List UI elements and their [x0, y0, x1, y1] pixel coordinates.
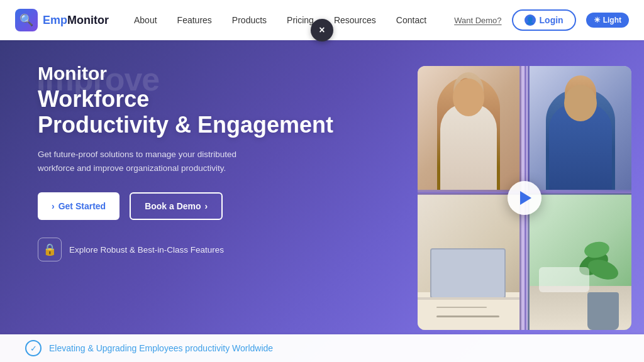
explore-features-link[interactable]: 🔒 Explore Robust & Best-in-Class Feature… — [38, 238, 392, 261]
hero-title-line3: Productivity & Engagement — [38, 112, 392, 138]
book-demo-button[interactable]: Book a Demo › — [130, 192, 223, 220]
collage-image-man — [528, 66, 631, 192]
play-icon — [520, 191, 531, 205]
get-started-label: Get Started — [58, 201, 106, 211]
sun-icon: ☀ — [594, 16, 601, 25]
hero-left: Improve Monitor Workforce Productivity &… — [0, 40, 418, 362]
hero-title-line2: Workforce — [38, 86, 392, 112]
hero-right — [418, 40, 644, 362]
logo[interactable]: 🔍 EmpMonitor — [15, 9, 109, 31]
get-started-button[interactable]: › Get Started — [38, 192, 119, 220]
explore-icon-wrap: 🔒 — [38, 238, 62, 261]
nav-item-contact[interactable]: Contact — [396, 15, 426, 25]
nav-item-resources[interactable]: Resources — [334, 15, 376, 25]
hero-section: Improve Monitor Workforce Productivity &… — [0, 40, 644, 362]
nav-item-products[interactable]: Products — [232, 15, 267, 25]
book-demo-label: Book a Demo — [145, 201, 201, 211]
chevron-right-icon: › — [52, 201, 55, 211]
hero-subtitle: Get future-proof solutions to manage you… — [38, 148, 264, 175]
checkmark-icon: ✓ — [30, 344, 37, 353]
user-icon: 👤 — [525, 14, 536, 26]
header-right: Want Demo? 👤 Login ☀ Light — [454, 9, 629, 31]
collage-image-desk — [418, 193, 521, 330]
theme-toggle-button[interactable]: ☀ Light — [586, 13, 629, 28]
nav-item-about[interactable]: About — [134, 15, 157, 25]
nav-item-features[interactable]: Features — [177, 15, 212, 25]
bottom-banner: ✓ Elevating & Upgrading Employees produc… — [0, 334, 644, 362]
collage-image-plant — [528, 193, 631, 330]
explore-label: Explore Robust & Best-in-Class Features — [69, 245, 224, 255]
login-button[interactable]: 👤 Login — [512, 9, 576, 31]
theme-label: Light — [603, 16, 621, 25]
want-demo-link[interactable]: Want Demo? — [454, 16, 501, 25]
check-icon: ✓ — [25, 340, 42, 356]
arrow-right-icon: › — [205, 201, 208, 211]
play-button[interactable] — [508, 181, 541, 215]
login-label: Login — [540, 15, 564, 25]
logo-emp: Emp — [43, 14, 67, 26]
logo-icon: 🔍 — [15, 9, 38, 31]
hero-title-line1: Monitor — [38, 63, 392, 85]
banner-text: Elevating & Upgrading Employees producti… — [49, 343, 273, 353]
close-button[interactable]: × — [311, 19, 333, 41]
logo-text: EmpMonitor — [43, 14, 109, 27]
nav-item-pricing[interactable]: Pricing — [287, 15, 314, 25]
hero-title: Improve Monitor Workforce Productivity &… — [38, 63, 392, 138]
main-nav: About Features Products Pricing Resource… — [134, 15, 454, 25]
hero-buttons: › Get Started Book a Demo › — [38, 192, 392, 220]
image-collage — [418, 66, 631, 330]
collage-image-woman — [418, 66, 521, 192]
hero-title-main: Monitor Workforce Productivity & Engagem… — [38, 63, 392, 138]
explore-icon: 🔒 — [43, 243, 57, 256]
logo-monitor: Monitor — [67, 14, 109, 26]
